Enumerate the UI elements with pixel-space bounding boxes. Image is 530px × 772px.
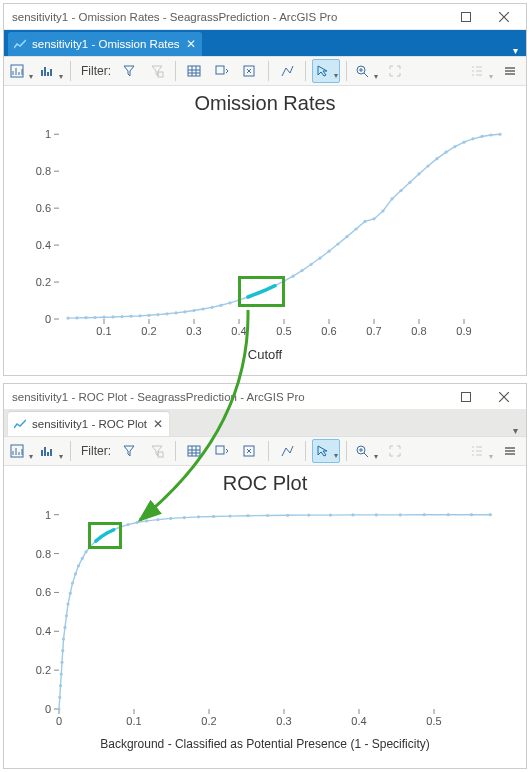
svg-point-81 <box>462 141 465 144</box>
window-omission-rates: sensitivity1 - Omission Rates - Seagrass… <box>3 3 527 376</box>
svg-point-155 <box>399 513 402 516</box>
maximize-button[interactable] <box>448 386 484 408</box>
svg-point-79 <box>444 151 447 154</box>
svg-point-141 <box>145 519 148 522</box>
chart-properties-button[interactable] <box>8 439 34 463</box>
zoom-button[interactable] <box>353 59 379 83</box>
legend-button[interactable] <box>468 59 494 83</box>
filter-by-selection-button[interactable] <box>117 439 141 463</box>
toolbar-separator <box>305 441 306 461</box>
legend-button[interactable] <box>468 439 494 463</box>
svg-point-45 <box>138 314 141 317</box>
svg-text:0.8: 0.8 <box>411 325 426 337</box>
toolbar: Filter: <box>4 436 526 466</box>
svg-point-41 <box>102 316 105 319</box>
svg-text:0.2: 0.2 <box>141 325 156 337</box>
svg-text:0.5: 0.5 <box>276 325 291 337</box>
svg-point-74 <box>399 189 402 192</box>
svg-point-150 <box>286 514 289 517</box>
svg-point-149 <box>266 514 269 517</box>
clear-selection-button[interactable] <box>238 59 262 83</box>
svg-point-154 <box>375 513 378 516</box>
svg-point-122 <box>61 649 64 652</box>
tab-close-icon[interactable]: ✕ <box>153 417 163 431</box>
svg-point-77 <box>426 164 429 167</box>
tab-bar: sensitivity1 - Omission Rates ✕ ▾ <box>4 30 526 56</box>
titlebar[interactable]: sensitivity1 - ROC Plot - SeagrassPredic… <box>4 384 526 410</box>
svg-point-44 <box>129 315 132 318</box>
menu-button[interactable] <box>498 439 522 463</box>
selection-tool-button[interactable] <box>312 439 340 463</box>
chart-icon <box>14 419 26 429</box>
titlebar[interactable]: sensitivity1 - Omission Rates - Seagrass… <box>4 4 526 30</box>
rotate-chart-button[interactable] <box>275 439 299 463</box>
svg-point-39 <box>84 316 87 319</box>
filter-by-extent-button[interactable] <box>145 59 169 83</box>
table-button[interactable] <box>182 59 206 83</box>
chart-type-button[interactable] <box>38 439 64 463</box>
toolbar-separator <box>175 441 176 461</box>
chart-roc-plot[interactable]: ROC Plot Presence - Correctly Classified… <box>4 466 526 768</box>
svg-text:0.1: 0.1 <box>126 715 141 727</box>
svg-point-71 <box>372 217 375 220</box>
svg-point-37 <box>66 316 69 319</box>
zoom-button[interactable] <box>353 439 379 463</box>
svg-point-53 <box>210 306 213 309</box>
swap-selection-button[interactable] <box>210 59 234 83</box>
maximize-button[interactable] <box>448 6 484 28</box>
svg-point-65 <box>318 256 321 259</box>
chart-type-button[interactable] <box>38 59 64 83</box>
toolbar-separator <box>346 441 347 461</box>
svg-point-75 <box>408 181 411 184</box>
svg-point-82 <box>471 137 474 140</box>
svg-text:1: 1 <box>45 128 51 140</box>
svg-point-40 <box>93 316 96 319</box>
close-button[interactable] <box>486 6 522 28</box>
svg-point-121 <box>60 661 63 664</box>
svg-point-144 <box>183 516 186 519</box>
svg-point-128 <box>71 582 74 585</box>
toolbar-separator <box>70 441 71 461</box>
svg-text:0.9: 0.9 <box>456 325 471 337</box>
svg-point-139 <box>126 523 129 526</box>
tab-roc-plot[interactable]: sensitivity1 - ROC Plot ✕ <box>8 412 169 436</box>
chart-properties-button[interactable] <box>8 59 34 83</box>
selection-tool-button[interactable] <box>312 59 340 83</box>
svg-text:0.4: 0.4 <box>351 715 366 727</box>
svg-point-131 <box>81 557 84 560</box>
full-extent-button[interactable] <box>383 439 407 463</box>
tab-overflow-icon[interactable]: ▾ <box>507 45 524 56</box>
swap-selection-button[interactable] <box>210 439 234 463</box>
tab-close-icon[interactable]: ✕ <box>186 37 196 51</box>
tab-omission-rates[interactable]: sensitivity1 - Omission Rates ✕ <box>8 32 202 56</box>
chart-svg: 0.10.20.30.40.50.60.70.80.900.20.40.60.8… <box>4 115 524 345</box>
svg-point-125 <box>65 614 68 617</box>
filter-by-extent-button[interactable] <box>145 439 169 463</box>
svg-point-126 <box>66 602 69 605</box>
filter-by-selection-button[interactable] <box>117 59 141 83</box>
svg-point-119 <box>59 684 62 687</box>
rotate-chart-button[interactable] <box>275 59 299 83</box>
tab-overflow-icon[interactable]: ▾ <box>507 425 524 436</box>
full-extent-button[interactable] <box>383 59 407 83</box>
clear-selection-button[interactable] <box>238 439 262 463</box>
table-button[interactable] <box>182 439 206 463</box>
svg-rect-89 <box>188 446 200 456</box>
chart-svg: 00.10.20.30.40.500.20.40.60.81 <box>4 495 524 735</box>
window-buttons <box>448 6 522 28</box>
tab-label: sensitivity1 - ROC Plot <box>32 418 147 430</box>
svg-point-84 <box>489 133 492 136</box>
close-button[interactable] <box>486 386 522 408</box>
svg-text:0: 0 <box>45 703 51 715</box>
svg-rect-4 <box>216 66 224 74</box>
svg-point-156 <box>423 513 426 516</box>
svg-point-130 <box>77 564 80 567</box>
svg-text:0.1: 0.1 <box>96 325 111 337</box>
menu-button[interactable] <box>498 59 522 83</box>
toolbar-separator <box>305 61 306 81</box>
svg-point-147 <box>228 514 231 517</box>
chart-omission-rates[interactable]: Omission Rates Omission Rate 0.10.20.30.… <box>4 86 526 375</box>
svg-text:0.2: 0.2 <box>201 715 216 727</box>
svg-point-124 <box>63 626 66 629</box>
svg-point-47 <box>156 313 159 316</box>
